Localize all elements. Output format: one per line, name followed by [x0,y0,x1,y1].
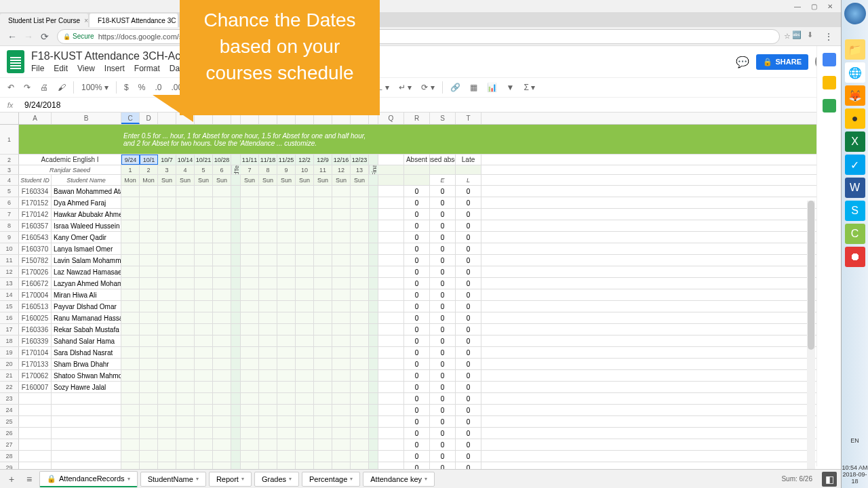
sheets-header: F18-KUST Attendance 3CH-Academic En File… [0,46,841,77]
calendar-icon[interactable] [823,53,836,66]
wrap-button[interactable]: ↵ ▾ [397,81,414,94]
star-icon[interactable]: ☆ [784,32,791,41]
menu-bar: File Edit View Insert Format Data Tools [31,64,736,73]
functions-button[interactable]: Σ ▾ [521,81,537,94]
redo-button[interactable]: ↷ [22,81,33,94]
undo-button[interactable]: ↶ [5,81,16,94]
sheet-tab-percentage[interactable]: Percentage▾ [302,472,360,487]
chart-button[interactable]: 📊 [485,81,499,94]
menu-file[interactable]: File [31,64,44,73]
side-panel [816,46,841,466]
tab-student-list[interactable]: Student List Per Course × [0,14,88,27]
close-button[interactable]: ✕ [822,1,838,11]
close-icon[interactable]: × [84,17,88,24]
camtasia-icon[interactable]: C [845,224,865,244]
back-button[interactable]: ← [4,28,20,45]
system-tray[interactable]: EN 10:54 AM 2018-09-18 [842,437,868,488]
link-button[interactable]: 🔗 [448,81,462,94]
secure-badge: Secure [63,33,94,40]
sheet-tab-report[interactable]: Report▾ [209,472,252,487]
add-sheet-button[interactable]: + [4,472,19,487]
tasks-icon[interactable] [823,99,836,113]
share-button[interactable]: 🔒 SHARE [756,54,808,70]
recorder-icon[interactable]: ⏺ [845,247,865,267]
word-icon[interactable]: W [845,178,865,198]
callout-overlay: Chance the Dates based on your courses s… [180,0,380,115]
forward-button[interactable]: → [20,28,37,45]
toolbar: ↶ ↷ 🖨 🖌 100% ▾ $ % .0 .00 123 ▾ ⊥ ▾ ↵ ▾ … [0,77,841,98]
start-button[interactable] [844,3,866,24]
browser-tabs: Student List Per Course × F18-KUST Atten… [0,12,841,27]
explore-button[interactable]: ◧ [822,472,837,487]
firefox-icon[interactable]: 🦊 [845,85,865,106]
address-bar: ← → ⟳ Secure https://docs.google.com/spr… [0,27,841,46]
column-headers[interactable]: A B C D Q R S T [0,113,841,125]
document-title[interactable]: F18-KUST Attendance 3CH-Academic En [31,50,736,62]
minimize-button[interactable]: — [789,1,806,11]
paint-format-button[interactable]: 🖌 [56,81,68,94]
tab-attendance[interactable]: F18-KUST Attendance 3C × [90,14,178,27]
sheets-logo-icon[interactable] [7,50,24,73]
decimal-dec-button[interactable]: .0 [153,81,163,94]
status-sum: Sum: 6/26 [781,475,812,483]
percent-button[interactable]: % [136,81,148,94]
lock-icon: 🔒 [763,58,772,66]
translate-icon[interactable]: 🔤 [792,30,804,43]
excel-icon[interactable]: X [845,131,865,152]
menu-format[interactable]: Format [134,64,160,73]
menu-button[interactable]: ⋮ [821,28,837,45]
keep-icon[interactable]: ● [845,108,865,129]
spreadsheet-grid[interactable]: A B C D Q R S T 1Enter 0.5 for ... hour,… [0,113,841,488]
formula-bar: fx 9/24/2018 [0,98,841,113]
rotate-button[interactable]: ⟳ ▾ [419,81,436,94]
url-input[interactable]: Secure https://docs.google.com/spreadshe… [57,29,780,44]
vertical-scrollbar[interactable] [807,201,815,476]
comment-button[interactable]: ▦ [468,81,479,94]
sheet-tab-studentname[interactable]: StudentName▾ [140,472,206,487]
sheet-tab-attendance[interactable]: 🔒 AttendanceRecords▾ [39,471,138,487]
keep-icon[interactable] [823,76,836,89]
windows-taskbar: 📁 🌐 🦊 ● X ✓ W S C ⏺ EN 10:54 AM 2018-09-… [841,0,868,488]
checkmark-icon[interactable]: ✓ [845,155,865,175]
print-button[interactable]: 🖨 [38,81,50,94]
all-sheets-button[interactable]: ≡ [22,472,37,487]
reload-button[interactable]: ⟳ [37,28,53,45]
sheet-tab-grades[interactable]: Grades▾ [254,472,299,487]
menu-view[interactable]: View [77,64,95,73]
formula-input[interactable]: 9/24/2018 [20,100,841,110]
folder-icon[interactable]: 📁 [845,39,865,60]
filter-button[interactable]: ▼ [505,81,517,94]
extension-icon[interactable]: ⬇ [807,30,819,43]
comments-button[interactable]: 💬 [736,56,749,68]
chrome-icon[interactable]: 🌐 [845,62,865,83]
skype-icon[interactable]: S [845,201,865,221]
window-titlebar: — ▢ ✕ [0,0,841,12]
sheet-tabs-bar: + ≡ 🔒 AttendanceRecords▾ StudentName▾ Re… [0,469,841,488]
fx-label: fx [0,101,20,109]
currency-button[interactable]: $ [122,81,131,94]
sheet-tab-key[interactable]: Attendance key▾ [363,472,435,487]
zoom-select[interactable]: 100% ▾ [79,81,111,94]
maximize-button[interactable]: ▢ [806,1,822,11]
menu-edit[interactable]: Edit [54,64,68,73]
menu-insert[interactable]: Insert [104,64,125,73]
browser-window: — ▢ ✕ Student List Per Course × F18-KUST… [0,0,841,488]
